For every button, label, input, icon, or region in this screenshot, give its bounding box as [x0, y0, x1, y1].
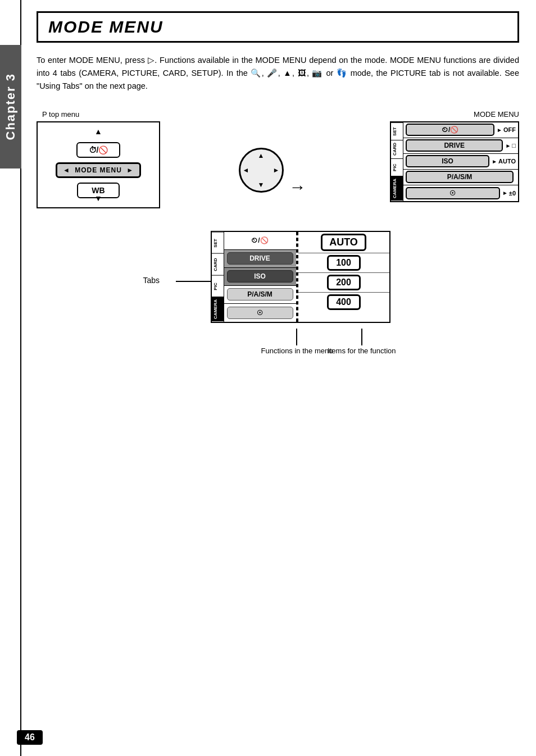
up-arrow-icon: ▲: [94, 127, 102, 136]
items-line-v: [361, 329, 362, 345]
mode-menu-panel-label: MODE MENU: [390, 110, 519, 119]
exp-tab-camera: CAMERA: [212, 297, 224, 321]
functions-annotation: Functions in the menu: [261, 329, 333, 355]
exp-menu-rows: ⏲/🚫 DRIVE ISO P/A/S/M ☉: [224, 232, 297, 322]
mode-menu-section: MODE MENU SET CARD PIC CAMERA ⏲/🚫 ►OFF: [390, 110, 519, 202]
exp-label-timer: ⏲/🚫: [227, 235, 293, 246]
menu-label-drive: DRIVE: [406, 139, 503, 152]
functions-label: Functions in the menu: [261, 347, 333, 355]
exp-row-4: P/A/S/M: [224, 286, 296, 304]
exp-tabs-column: SET CARD PIC CAMERA: [212, 232, 224, 322]
menu-label-exposure: ☉: [406, 187, 500, 199]
page-title: MODE MENU: [48, 17, 163, 36]
second-diagram-wrapper: Tabs SET CARD PIC CAMERA ⏲/🚫 DRIVE: [81, 231, 519, 329]
dpad-circle: ▲ ▼ ◄ ►: [239, 148, 284, 193]
p-top-menu-label: P top menu: [42, 110, 79, 119]
exp-row-1: ⏲/🚫: [224, 232, 296, 250]
exp-tab-set: SET: [212, 232, 224, 254]
menu-row-2: DRIVE ►□: [403, 138, 518, 154]
chapter-sidebar: Chapter 3: [0, 0, 21, 756]
tabs-annotation: Tabs: [143, 276, 160, 285]
menu-label-timer: ⏲/🚫: [406, 124, 494, 136]
exp-value-200: 200: [327, 275, 361, 290]
tab-pic: PIC: [391, 158, 403, 176]
items-annotation: Items for the function: [328, 329, 396, 355]
dpad-right-icon: ►: [273, 166, 280, 174]
tabs-column: SET CARD PIC CAMERA: [391, 122, 403, 201]
big-arrow-icon: →: [284, 144, 312, 197]
mode-menu-panel: SET CARD PIC CAMERA ⏲/🚫 ►OFF DRIVE ►□: [390, 121, 519, 202]
chapter-bg: Chapter 3: [0, 45, 21, 168]
dpad: ▲ ▼ ◄ ►: [239, 148, 284, 193]
exp-label-drive: DRIVE: [227, 252, 293, 265]
menu-rows: ⏲/🚫 ►OFF DRIVE ►□ ISO ►AUTO: [403, 122, 518, 201]
dpad-up-icon: ▲: [258, 152, 265, 160]
exp-value-row-4: 400: [298, 293, 389, 312]
exp-tab-card: CARD: [212, 253, 224, 275]
menu-value-exposure: ►±0: [502, 190, 516, 197]
menu-row-3: ISO ►AUTO: [403, 154, 518, 170]
menu-value-drive: ►□: [505, 142, 516, 149]
dpad-left-icon: ◄: [243, 166, 249, 174]
second-diagram-container: Tabs SET CARD PIC CAMERA ⏲/🚫 DRIVE: [211, 231, 390, 329]
exp-value-auto: AUTO: [321, 234, 366, 251]
exp-label-iso: ISO: [227, 270, 293, 283]
functions-line-v: [296, 329, 297, 345]
menu-row-1: ⏲/🚫 ►OFF: [403, 122, 518, 138]
tab-camera: CAMERA: [391, 176, 403, 201]
mode-menu-item-row: ◄ MODE MENU ►: [56, 162, 141, 178]
menu-value-off: ►OFF: [497, 126, 516, 133]
dpad-section: ▲ ▼ ◄ ► →: [239, 110, 312, 197]
down-arrow-icon: ▼: [94, 194, 102, 203]
exp-value-row-1: AUTO: [298, 232, 389, 253]
timer-menu-item: ⏱/🚫: [76, 142, 121, 158]
menu-row-5: ☉ ►±0: [403, 185, 518, 201]
tabs-annotation-line: [176, 281, 211, 282]
exp-label-pasm: P/A/S/M: [227, 288, 293, 300]
exp-row-3: ISO: [224, 268, 296, 286]
mode-menu-item: ◄ MODE MENU ►: [56, 162, 141, 178]
items-label: Items for the function: [328, 347, 396, 355]
exp-value-100: 100: [327, 255, 361, 271]
exp-row-5: ☉: [224, 304, 296, 322]
exp-value-row-3: 200: [298, 273, 389, 293]
menu-value-auto: ►AUTO: [492, 158, 516, 165]
p-top-menu-section: P top menu ▲ ⏱/🚫 ◄ MODE MENU ►: [37, 110, 160, 208]
tab-set: SET: [391, 122, 403, 140]
menu-row-4: P/A/S/M: [403, 170, 518, 185]
chapter-label: Chapter 3: [3, 73, 18, 140]
mode-menu-item-text: MODE MENU: [75, 166, 122, 174]
exp-row-2: DRIVE: [224, 250, 296, 268]
main-content: MODE MENU To enter MODE MENU, press ▷. F…: [25, 0, 536, 340]
exp-tab-pic: PIC: [212, 275, 224, 297]
menu-label-pasm: P/A/S/M: [406, 171, 514, 183]
exp-values-col: AUTO 100 200 400: [297, 232, 389, 322]
title-box: MODE MENU: [37, 11, 519, 43]
expanded-panel: SET CARD PIC CAMERA ⏲/🚫 DRIVE ISO: [211, 231, 390, 323]
p-top-diagram: ▲ ⏱/🚫 ◄ MODE MENU ► WB: [37, 121, 160, 208]
tab-card: CARD: [391, 140, 403, 158]
exp-label-exposure: ☉: [227, 307, 293, 319]
exp-value-400: 400: [327, 294, 361, 310]
intro-paragraph: To enter MODE MENU, press ▷. Functions a…: [37, 54, 519, 93]
page-number: 46: [17, 730, 43, 745]
exp-value-row-2: 100: [298, 253, 389, 273]
diagrams-row: P top menu ▲ ⏱/🚫 ◄ MODE MENU ►: [37, 110, 519, 208]
menu-label-iso: ISO: [406, 155, 489, 167]
dpad-down-icon: ▼: [258, 181, 265, 189]
